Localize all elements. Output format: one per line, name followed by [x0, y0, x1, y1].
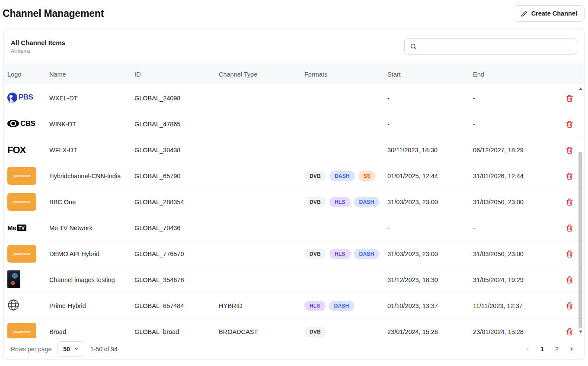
next-page-button[interactable] [566, 344, 577, 355]
channel-name: WINK-DT [49, 121, 134, 128]
placeholder-logo: placeholder [7, 167, 36, 185]
trash-icon [566, 302, 574, 310]
table-row[interactable]: Channel images testingGLOBAL_35467831/12… [4, 267, 584, 293]
row-actions [559, 274, 581, 286]
channel-name: WFLX-DT [49, 147, 134, 154]
table-row[interactable]: FOXWFLX-DTGLOBAL_3043830/11/2023, 18:300… [4, 137, 584, 163]
row-actions [559, 326, 581, 338]
pbs-logo: PBS [7, 93, 33, 103]
delete-channel-button[interactable] [564, 196, 575, 208]
create-channel-label: Create Channel [531, 10, 577, 17]
channel-id: GLOBAL_70436 [134, 225, 219, 231]
search-input[interactable] [420, 43, 572, 50]
delete-channel-button[interactable] [564, 118, 575, 130]
channel-id: GLOBAL_657484 [134, 302, 219, 309]
channel-id: GLOBAL_776579 [134, 250, 219, 257]
scrollbar-thumb[interactable] [578, 152, 582, 328]
channel-logo-cell: PBS [7, 93, 49, 104]
scroll-down-arrow-icon[interactable] [579, 331, 582, 333]
delete-channel-button[interactable] [564, 144, 575, 156]
scroll-up-arrow-icon[interactable] [579, 87, 582, 90]
channel-start: 31/03/2023, 23:00 [387, 199, 473, 205]
channel-end: 23/01/2024, 15:28 [473, 328, 559, 335]
row-actions [559, 196, 581, 208]
channel-logo-cell: MeTV [7, 224, 49, 231]
trash-icon [566, 94, 574, 103]
delete-channel-button[interactable] [564, 274, 575, 286]
delete-channel-button[interactable] [564, 92, 575, 104]
channel-logo-cell [7, 299, 49, 312]
column-header-formats: Formats [304, 71, 387, 78]
previous-page-button[interactable] [522, 344, 533, 355]
metv-tv-box: TV [17, 225, 26, 231]
row-actions [559, 300, 581, 312]
delete-channel-button[interactable] [564, 300, 575, 312]
panel-titles: All Channel Items All items [11, 39, 65, 54]
channel-id: GLOBAL_288354 [134, 199, 219, 205]
chevron-left-icon [524, 346, 530, 352]
delete-channel-button[interactable] [564, 248, 575, 260]
search-box[interactable] [404, 38, 577, 55]
top-bar: Channel Management Create Channel [0, 0, 588, 27]
channel-logo-cell: placeholder [7, 167, 49, 185]
table-row[interactable]: CBSWINK-DTGLOBAL_47865-- [4, 111, 584, 137]
format-badge: DASH [329, 171, 355, 181]
channel-logo-cell [7, 270, 49, 289]
page-title: Channel Management [3, 8, 104, 19]
channel-end: 31/05/2024, 19:29 [473, 276, 559, 283]
table-row[interactable]: PBSWXEL-DTGLOBAL_24098-- [4, 85, 584, 111]
table-row[interactable]: placeholderBroadGLOBAL_broadBROADCASTDVB… [4, 319, 584, 338]
page-2-button[interactable]: 2 [551, 344, 562, 355]
column-header-end: End [473, 71, 559, 78]
vertical-scrollbar[interactable] [578, 86, 583, 334]
channel-end: 31/01/2026, 12:44 [473, 173, 559, 180]
channel-logo-cell: FOX [7, 144, 49, 156]
channel-end: 06/12/2027, 18:29 [473, 147, 559, 154]
table-row[interactable]: placeholderDEMO API HybridGLOBAL_776579D… [4, 241, 584, 267]
panel-title: All Channel Items [11, 39, 65, 46]
format-badge: DVB [304, 171, 326, 181]
channel-type: BROADCAST [219, 328, 304, 335]
channel-start: 23/01/2024, 15:26 [387, 328, 473, 335]
metv-logo: MeTV [7, 224, 26, 231]
rows-per-page-value: 50 [63, 346, 70, 353]
chevron-down-icon [74, 347, 79, 351]
channel-logo-cell: CBS [7, 119, 49, 129]
format-badge: HLS [329, 197, 351, 207]
table-row[interactable]: MeTVMe TV NetworkGLOBAL_70436-- [4, 215, 584, 241]
column-header-name: Name [49, 71, 134, 78]
format-badge: SS [358, 171, 376, 181]
cbs-eye-icon [7, 120, 19, 127]
channel-type: HYBRID [219, 302, 304, 309]
channel-start: - [387, 225, 473, 231]
delete-channel-button[interactable] [564, 326, 575, 338]
channel-name: Channel images testing [49, 276, 134, 283]
create-channel-button[interactable]: Create Channel [514, 5, 585, 22]
pencil-icon [521, 10, 527, 17]
channel-end: 31/03/2050, 23:00 [473, 199, 559, 205]
channel-id: GLOBAL_47865 [134, 121, 219, 128]
delete-channel-button[interactable] [564, 170, 575, 182]
format-badge: DVB [304, 327, 326, 337]
channel-formats: DVBDASHSS [304, 171, 387, 181]
table-row[interactable]: placeholderBBC OneGLOBAL_288354DVBHLSDAS… [4, 189, 584, 215]
channel-end: - [473, 95, 559, 102]
channel-logo-cell: placeholder [7, 323, 49, 338]
channel-id: GLOBAL_65790 [134, 173, 219, 180]
format-badge: HLS [329, 249, 351, 259]
table-row[interactable]: placeholderHybridchannel-CNN-IndiaGLOBAL… [4, 163, 584, 189]
rows-per-page-select[interactable]: 50 [58, 341, 84, 357]
channel-items-card: All Channel Items All items Logo Name ID… [3, 29, 585, 360]
channel-logo-cell: placeholder [7, 245, 49, 263]
channel-id: GLOBAL_354678 [134, 276, 219, 283]
format-badge: DVB [304, 249, 326, 259]
pagination-range: 1-50 of 94 [90, 346, 118, 353]
channel-image-thumbnail [7, 270, 20, 288]
placeholder-logo: placeholder [7, 245, 36, 263]
page-1-button[interactable]: 1 [537, 344, 548, 355]
table-row[interactable]: Prime-HybridGLOBAL_657484HYBRIDHLSDASH01… [4, 293, 584, 319]
metv-me-text: Me [7, 224, 16, 231]
rows-per-page-label: Rows per page [11, 346, 51, 353]
delete-channel-button[interactable] [564, 222, 575, 234]
row-actions [559, 248, 581, 260]
